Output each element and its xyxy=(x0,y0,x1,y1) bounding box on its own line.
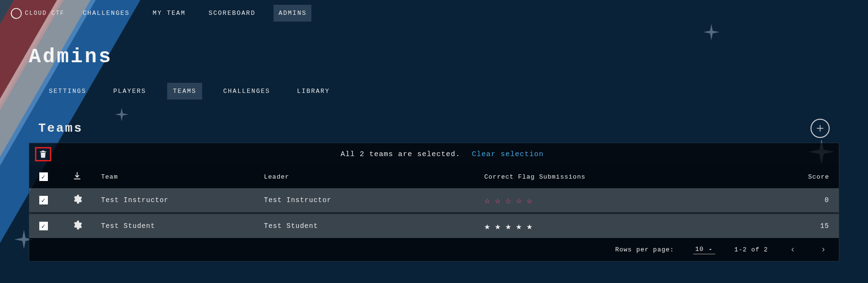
nav-scoreboard[interactable]: SCOREBOARD xyxy=(204,5,260,22)
trash-icon xyxy=(38,149,48,159)
select-all-checkbox[interactable]: ✓ xyxy=(39,172,48,181)
table-row[interactable]: ✓Test StudentTest Student★★★★★15 xyxy=(29,213,839,238)
tab-players[interactable]: PLAYERS xyxy=(107,83,152,100)
gear-icon[interactable] xyxy=(72,194,82,204)
selection-message-text: All 2 teams are selected. xyxy=(341,150,460,158)
pagination-range: 1-2 of 2 xyxy=(734,246,768,253)
download-icon[interactable] xyxy=(72,171,82,181)
rows-per-page-label: Rows per page: xyxy=(615,246,674,253)
table-row[interactable]: ✓Test InstructorTest Instructor☆☆☆☆☆0 xyxy=(29,188,839,213)
page-title: Admins xyxy=(29,45,839,68)
next-page-button[interactable]: › xyxy=(818,245,829,254)
nav-admins[interactable]: ADMINS xyxy=(274,5,311,22)
logo-icon xyxy=(10,7,23,20)
plus-icon xyxy=(816,124,824,133)
add-team-button[interactable] xyxy=(811,119,830,138)
cell-leader: Test Instructor xyxy=(259,188,480,213)
col-header-leader[interactable]: Leader xyxy=(259,165,480,188)
row-checkbox[interactable]: ✓ xyxy=(39,196,48,204)
table-pagination: Rows per page: 10 1-2 of 2 ‹ › xyxy=(29,238,839,261)
rows-per-page-select[interactable]: 10 xyxy=(693,245,715,254)
prev-page-button[interactable]: ‹ xyxy=(787,245,799,254)
rows-per-page-value: 10 xyxy=(695,246,704,253)
selection-bar: All 2 teams are selected. Clear selectio… xyxy=(29,143,839,165)
gear-icon[interactable] xyxy=(72,220,82,230)
cell-score: 15 xyxy=(709,213,839,238)
cell-flags: ★★★★★ xyxy=(480,213,709,238)
cell-team: Test Instructor xyxy=(96,188,259,213)
cell-flags: ☆☆☆☆☆ xyxy=(480,188,709,213)
tab-settings[interactable]: SETTINGS xyxy=(43,83,92,100)
cell-score: 0 xyxy=(709,188,839,213)
col-header-flags[interactable]: Correct Flag Submissions xyxy=(480,165,709,188)
nav-challenges[interactable]: CHALLENGES xyxy=(78,5,135,22)
cell-leader: Test Student xyxy=(259,213,480,238)
col-header-team[interactable]: Team xyxy=(96,165,259,188)
delete-selected-button[interactable] xyxy=(35,147,51,161)
cell-team: Test Student xyxy=(96,213,259,238)
tab-library[interactable]: LIBRARY xyxy=(291,83,336,100)
admin-subtabs: SETTINGSPLAYERSTEAMSCHALLENGESLIBRARY xyxy=(43,83,839,100)
selection-message: All 2 teams are selected. Clear selectio… xyxy=(51,150,833,158)
top-nav: CLOUD CTF CHALLENGESMY TEAMSCOREBOARDADM… xyxy=(0,0,868,26)
nav-my-team[interactable]: MY TEAM xyxy=(148,5,191,22)
tab-teams[interactable]: TEAMS xyxy=(167,83,202,100)
chevron-down-icon xyxy=(708,247,713,252)
teams-table: All 2 teams are selected. Clear selectio… xyxy=(29,143,839,261)
brand-text: CLOUD CTF xyxy=(25,10,65,17)
star-rating: ☆☆☆☆☆ xyxy=(484,195,537,206)
tab-challenges[interactable]: CHALLENGES xyxy=(217,83,276,100)
clear-selection-link[interactable]: Clear selection xyxy=(472,150,544,158)
row-checkbox[interactable]: ✓ xyxy=(39,222,48,230)
section-title: Teams xyxy=(38,121,83,136)
col-header-score[interactable]: Score xyxy=(709,165,839,188)
brand-logo[interactable]: CLOUD CTF xyxy=(10,7,65,20)
star-rating: ★★★★★ xyxy=(484,221,537,232)
